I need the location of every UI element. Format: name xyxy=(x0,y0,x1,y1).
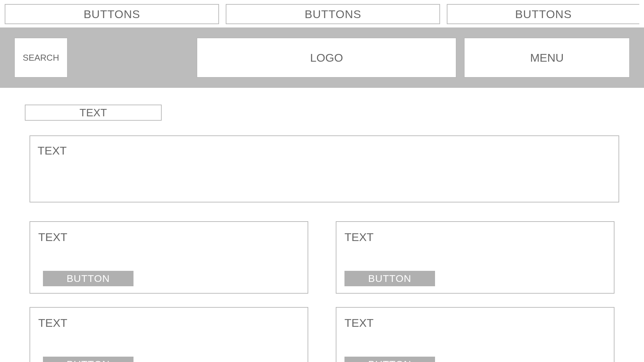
card-1: TEXT BUTTON xyxy=(30,221,308,294)
card-text: TEXT xyxy=(38,231,300,244)
card-button[interactable]: BUTTON xyxy=(43,271,133,286)
card-text: TEXT xyxy=(38,316,300,329)
menu-button[interactable]: MENU xyxy=(464,38,630,78)
top-buttons-row: BUTTONS BUTTONS BUTTONS xyxy=(0,0,644,27)
search-button[interactable]: SEARCH xyxy=(14,38,68,78)
card-4: TEXT BUTTON xyxy=(336,307,614,362)
card-text: TEXT xyxy=(344,316,606,329)
wide-text-block: TEXT xyxy=(30,135,619,202)
top-button-3[interactable]: BUTTONS xyxy=(447,4,639,24)
card-button[interactable]: BUTTON xyxy=(43,357,133,362)
card-2: TEXT BUTTON xyxy=(336,221,614,294)
content-area: TEXT TEXT TEXT BUTTON TEXT BUTTON TEXT B… xyxy=(0,88,644,362)
card-3: TEXT BUTTON xyxy=(30,307,308,362)
top-button-2[interactable]: BUTTONS xyxy=(226,4,440,24)
card-button[interactable]: BUTTON xyxy=(344,357,435,362)
logo: LOGO xyxy=(197,38,457,78)
header-bar: SEARCH LOGO MENU xyxy=(0,27,644,88)
card-button[interactable]: BUTTON xyxy=(344,271,435,286)
card-text: TEXT xyxy=(344,231,606,244)
top-button-1[interactable]: BUTTONS xyxy=(5,4,219,24)
card-grid: TEXT BUTTON TEXT BUTTON TEXT BUTTON TEXT… xyxy=(30,221,614,362)
small-text-label: TEXT xyxy=(25,105,162,121)
